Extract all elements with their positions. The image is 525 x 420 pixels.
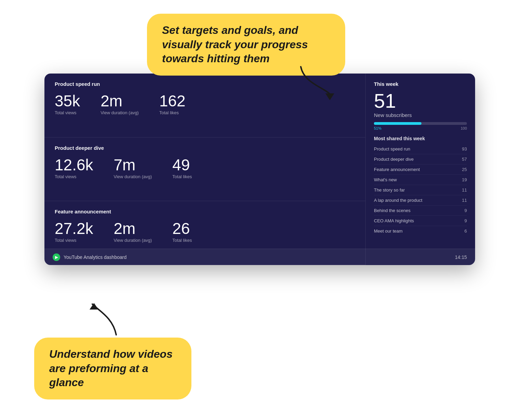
shared-item-count-2: 25: [462, 167, 467, 172]
bottom-callout-text: Understand how videos are preforming at …: [49, 348, 173, 389]
footer-logo-area: ▶ YouTube Analytics dashboard: [53, 253, 126, 261]
progress-labels: 51% 100: [374, 126, 467, 130]
shared-item-name-8: Meet our team: [374, 228, 403, 234]
progress-bar-fill: [374, 122, 421, 125]
stat-views-3: 27.2k Total views: [55, 221, 93, 243]
shared-list-item-8: Meet our team6: [374, 226, 467, 236]
shared-item-count-0: 93: [462, 146, 467, 152]
video-card-2: Product deeper dive 12.6k Total views 7m…: [44, 137, 365, 201]
dashboard-footer: ▶ YouTube Analytics dashboard 14:15: [44, 249, 475, 265]
stat-duration-3: 2m View duration (avg): [114, 221, 152, 243]
stat-value-likes-2: 49: [172, 157, 192, 173]
progress-target: 100: [461, 126, 467, 130]
top-callout-text: Set targets and goals, and visually trac…: [162, 24, 308, 65]
shared-list-item-0: Product speed run93: [374, 144, 467, 154]
stat-value-likes-3: 26: [172, 221, 192, 236]
stat-label-likes-2: Total likes: [172, 174, 192, 179]
subscriber-label: New subscribers: [374, 112, 467, 118]
stat-value-duration-1: 2m: [100, 93, 139, 109]
right-panel: This week 51 New subscribers 51% 100 Mos…: [366, 74, 475, 265]
stat-duration-1: 2m View duration (avg): [100, 93, 139, 115]
shared-item-name-0: Product speed run: [374, 146, 410, 152]
shared-item-name-3: What's new: [374, 177, 397, 182]
video-title-2: Product deeper dive: [55, 145, 355, 151]
stat-value-duration-3: 2m: [114, 221, 152, 236]
progress-bar-background: [374, 122, 467, 125]
subscriber-count: 51: [374, 91, 467, 111]
progress-percent: 51%: [374, 126, 381, 130]
progress-container: 51% 100: [374, 122, 467, 130]
app-name-label: YouTube Analytics dashboard: [64, 254, 126, 260]
stat-label-duration-3: View duration (avg): [114, 238, 152, 243]
stat-label-views-2: Total views: [55, 174, 93, 179]
shared-item-count-5: 11: [462, 198, 467, 203]
shared-item-count-7: 9: [465, 218, 467, 223]
stat-likes-3: 26 Total likes: [172, 221, 192, 243]
footer-time: 14:15: [455, 254, 467, 260]
shared-list-item-6: Behind the scenes9: [374, 206, 467, 216]
bottom-callout-bubble: Understand how videos are preforming at …: [34, 338, 191, 399]
stat-label-likes-1: Total likes: [159, 110, 186, 115]
stat-likes-1: 162 Total likes: [159, 93, 186, 115]
shared-item-count-8: 6: [465, 228, 467, 234]
shared-item-count-4: 11: [462, 187, 467, 193]
stat-label-views-1: Total views: [55, 110, 80, 115]
stats-row-2: 12.6k Total views 7m View duration (avg)…: [55, 157, 355, 179]
svg-marker-0: [325, 93, 334, 100]
shared-list-item-2: Feature announcement25: [374, 165, 467, 175]
this-week-label: This week: [374, 81, 467, 87]
stat-value-views-3: 27.2k: [55, 221, 93, 236]
shared-list-item-4: The story so far11: [374, 185, 467, 195]
stat-value-likes-1: 162: [159, 93, 186, 109]
video-title-3: Feature announcement: [55, 209, 355, 214]
shared-list: Product speed run93Product deeper dive57…: [374, 144, 467, 236]
shared-list-item-1: Product deeper dive57: [374, 154, 467, 165]
shared-item-name-5: A lap around the product: [374, 198, 422, 203]
stat-label-likes-3: Total likes: [172, 238, 192, 243]
top-arrow: [297, 63, 338, 102]
app-logo-icon: ▶: [53, 253, 60, 261]
shared-item-name-2: Feature announcement: [374, 167, 420, 172]
left-panel: Product speed run 35k Total views 2m Vie…: [44, 74, 366, 265]
shared-item-name-4: The story so far: [374, 187, 405, 193]
stat-views-2: 12.6k Total views: [55, 157, 93, 179]
shared-item-name-1: Product deeper dive: [374, 157, 414, 162]
bottom-arrow: [89, 301, 130, 340]
dashboard: Product speed run 35k Total views 2m Vie…: [44, 74, 475, 265]
stat-likes-2: 49 Total likes: [172, 157, 192, 179]
stat-views-1: 35k Total views: [55, 93, 80, 115]
most-shared-title: Most shared this week: [374, 136, 467, 141]
stat-duration-2: 7m View duration (avg): [114, 157, 152, 179]
stat-label-views-3: Total views: [55, 238, 93, 243]
shared-item-name-6: Behind the scenes: [374, 208, 410, 213]
shared-item-count-6: 9: [465, 208, 467, 213]
stat-value-views-2: 12.6k: [55, 157, 93, 173]
stat-label-duration-1: View duration (avg): [100, 110, 139, 115]
shared-item-count-1: 57: [462, 157, 467, 162]
stat-label-duration-2: View duration (avg): [114, 174, 152, 179]
shared-item-name-7: CEO AMA highlights: [374, 218, 414, 223]
shared-list-item-5: A lap around the product11: [374, 195, 467, 206]
stat-value-duration-2: 7m: [114, 157, 152, 173]
stats-row-3: 27.2k Total views 2m View duration (avg)…: [55, 221, 355, 243]
svg-marker-1: [90, 303, 98, 310]
shared-list-item-3: What's new19: [374, 175, 467, 185]
stat-value-views-1: 35k: [55, 93, 80, 109]
shared-item-count-3: 19: [462, 177, 467, 182]
shared-list-item-7: CEO AMA highlights9: [374, 216, 467, 226]
